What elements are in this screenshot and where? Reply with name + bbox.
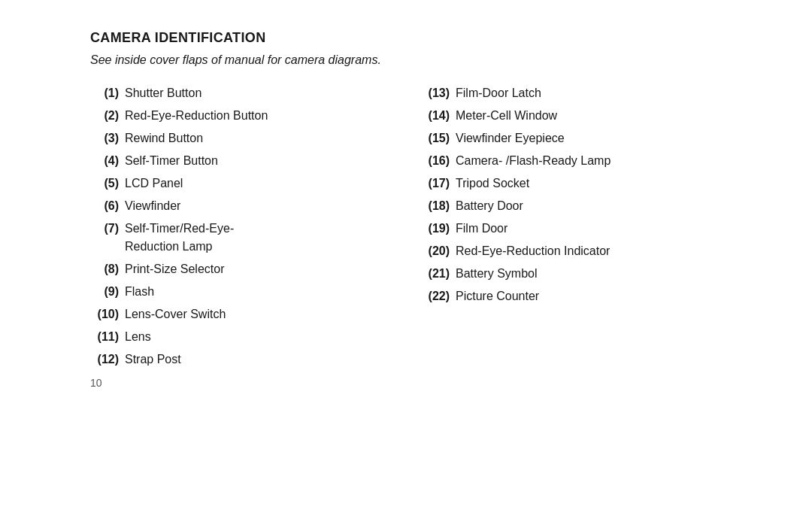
item-label: Tripod Socket [456,175,529,193]
item-number: (8) [90,260,125,278]
item-number: (9) [90,283,125,301]
left-column: (1)Shutter Button(2)Red-Eye-Reduction Bu… [90,82,391,371]
section-title: CAMERA IDENTIFICATION [90,30,722,46]
item-label: Red-Eye-Reduction Button [125,107,268,125]
item-number: (18) [421,197,456,215]
item-number: (17) [421,175,456,193]
item-label: Battery Symbol [456,265,537,283]
items-grid: (1)Shutter Button(2)Red-Eye-Reduction Bu… [90,82,722,371]
item-label: Viewfinder Eyepiece [456,129,565,147]
item-number: (6) [90,197,125,215]
list-item: (11)Lens [90,326,391,348]
list-item: (8)Print-Size Selector [90,258,391,281]
list-item: (17)Tripod Socket [421,172,722,195]
list-item: (22)Picture Counter [421,285,722,308]
item-label: Self-Timer Button [125,152,218,170]
item-number: (13) [421,84,456,102]
item-number: (11) [90,328,125,346]
item-number: (22) [421,287,456,305]
list-item: (3)Rewind Button [90,127,391,150]
item-number: (14) [421,107,456,125]
item-label: Film-Door Latch [456,84,541,102]
item-label: Print-Size Selector [125,260,225,278]
item-number: (12) [90,351,125,369]
list-item: (9)Flash [90,281,391,303]
item-number: (7) [90,220,125,238]
item-label: Picture Counter [456,287,539,305]
item-label: Viewfinder [125,197,180,215]
list-item: (12)Strap Post [90,348,391,371]
item-label: Lens [125,328,151,346]
item-number: (16) [421,152,456,170]
list-item: (5)LCD Panel [90,172,391,195]
item-label: Self-Timer/Red-Eye-Reduction Lamp [125,220,234,256]
item-label: Strap Post [125,351,181,369]
item-number: (4) [90,152,125,170]
list-item: (20)Red-Eye-Reduction Indicator [421,240,722,263]
list-item: (1)Shutter Button [90,82,391,105]
page-note: 10 [90,377,722,389]
list-item: (14)Meter-Cell Window [421,105,722,127]
item-number: (5) [90,175,125,193]
item-number: (1) [90,84,125,102]
list-item: (18)Battery Door [421,195,722,217]
item-label: Flash [125,283,154,301]
list-item: (6)Viewfinder [90,195,391,217]
list-item: (7)Self-Timer/Red-Eye-Reduction Lamp [90,217,391,258]
item-number: (15) [421,129,456,147]
item-label: Rewind Button [125,129,203,147]
list-item: (13)Film-Door Latch [421,82,722,105]
item-label: LCD Panel [125,175,183,193]
list-item: (4)Self-Timer Button [90,150,391,172]
item-label: Red-Eye-Reduction Indicator [456,242,610,260]
item-label: Film Door [456,220,508,238]
item-number: (10) [90,305,125,323]
item-number: (19) [421,220,456,238]
item-number: (20) [421,242,456,260]
right-column: (13)Film-Door Latch(14)Meter-Cell Window… [421,82,722,371]
item-label: Lens-Cover Switch [125,305,226,323]
item-number: (21) [421,265,456,283]
item-label: Meter-Cell Window [456,107,557,125]
list-item: (19)Film Door [421,217,722,240]
item-label: Shutter Button [125,84,201,102]
list-item: (2)Red-Eye-Reduction Button [90,105,391,127]
item-label: Battery Door [456,197,523,215]
list-item: (21)Battery Symbol [421,263,722,285]
item-number: (2) [90,107,125,125]
item-number: (3) [90,129,125,147]
subtitle: See inside cover flaps of manual for cam… [90,53,722,67]
list-item: (16)Camera- /Flash-Ready Lamp [421,150,722,172]
item-label: Camera- /Flash-Ready Lamp [456,152,611,170]
page-container: CAMERA IDENTIFICATION See inside cover f… [45,0,767,419]
list-item: (10)Lens-Cover Switch [90,303,391,326]
list-item: (15)Viewfinder Eyepiece [421,127,722,150]
